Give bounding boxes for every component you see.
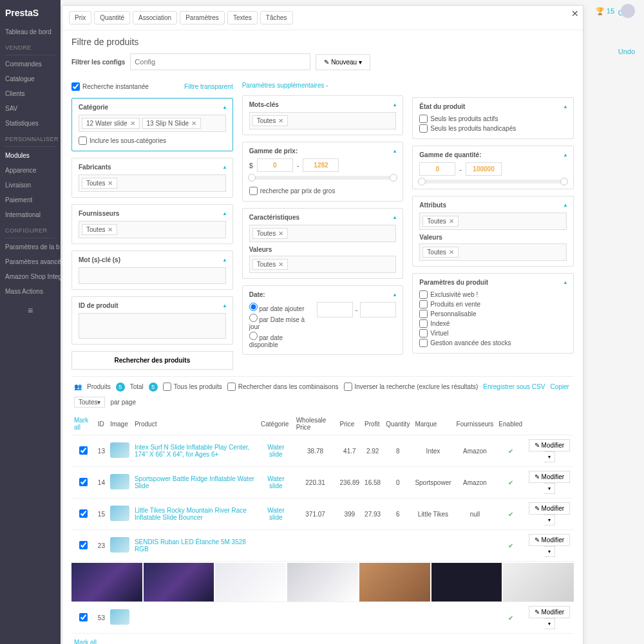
collapse-icon[interactable]: ▴	[393, 148, 396, 154]
product-link[interactable]: Little Tikes Rocky Mountain River Race I…	[135, 507, 247, 521]
collapse-icon[interactable]: ▴	[564, 104, 567, 109]
tag-slip-n-slide[interactable]: 13 Slip N Slide✕	[142, 118, 202, 129]
avatar[interactable]	[621, 4, 635, 18]
nav-mass-actions[interactable]: Mass Actions	[0, 284, 61, 299]
fournisseurs-tags[interactable]: Toutes✕	[79, 221, 226, 238]
trophy-badge[interactable]: 🏆 15	[596, 7, 614, 15]
modifier-button[interactable]: ✎ Modifier	[529, 439, 570, 451]
collapse-icon[interactable]: ▴	[564, 202, 567, 208]
date-to-input[interactable]	[360, 302, 396, 317]
tag-remove-icon[interactable]: ✕	[130, 120, 135, 127]
row-checkbox[interactable]	[79, 509, 88, 518]
tag-remove-icon[interactable]: ✕	[278, 230, 283, 237]
virtual-checkbox[interactable]: Virtuel	[419, 328, 567, 338]
fabricants-tags[interactable]: Toutes✕	[79, 175, 226, 192]
mark-all-link[interactable]: Mark all	[74, 417, 88, 431]
modifier-button[interactable]: ✎ Modifier	[529, 502, 570, 515]
on-sale-checkbox[interactable]: Produits en vente	[419, 299, 567, 309]
price-slider[interactable]	[249, 176, 397, 180]
tag-water-slide[interactable]: 12 Water slide✕	[82, 118, 140, 129]
modifier-dropdown[interactable]: ▾	[544, 483, 555, 494]
row-checkbox[interactable]	[79, 541, 88, 549]
modifier-button[interactable]: ✎ Modifier	[529, 534, 570, 546]
date-from-input[interactable]	[317, 302, 353, 317]
nav-catalogue[interactable]: Catalogue	[0, 71, 61, 86]
copy-link[interactable]: Copier	[550, 383, 569, 390]
nouveau-button[interactable]: ✎ Nouveau ▾	[316, 54, 370, 70]
tab-prix[interactable]: Prix	[69, 11, 91, 24]
wholesale-checkbox[interactable]: recherche par prix de gros	[249, 186, 397, 196]
search-products-button[interactable]: Rechercher des produits	[71, 351, 233, 370]
keyword-input[interactable]	[79, 267, 226, 284]
search-combinations-checkbox[interactable]: Rechercher dans les combinaisons	[227, 382, 339, 392]
product-id-input[interactable]	[79, 313, 226, 339]
collapse-icon[interactable]: ▴	[223, 211, 226, 216]
extra-params-link[interactable]: Paramètres supplémentaires -	[242, 82, 404, 89]
product-link[interactable]: SENDIS Ruban LED Étanche 5M 3528 RGB	[135, 538, 246, 553]
radio-date-updated[interactable]: par Date mise à jour	[249, 313, 312, 331]
instant-search-checkbox[interactable]: Recherche instantanée	[71, 82, 149, 91]
collapse-icon[interactable]: ▴	[223, 303, 226, 308]
active-only-checkbox[interactable]: Seuls les produits actifs	[419, 114, 567, 124]
modifier-button[interactable]: ✎ Modifier	[529, 471, 570, 483]
category-link[interactable]: Water slide	[267, 444, 284, 458]
nav-apparence[interactable]: Apparence	[0, 163, 61, 178]
tab-parametres[interactable]: Paramètres	[180, 11, 225, 24]
customizable-checkbox[interactable]: Personnalisable	[419, 309, 567, 319]
collapse-icon[interactable]: ▴	[223, 104, 226, 110]
product-link[interactable]: Sportspower Battle Ridge Inflatable Wate…	[135, 475, 254, 489]
category-link[interactable]: Water slide	[267, 507, 284, 521]
save-csv-link[interactable]: Enregistrer sous CSV	[483, 383, 545, 390]
per-page-select[interactable]: Toutes▾	[74, 397, 105, 408]
sidebar-collapse-icon[interactable]: ≡	[0, 299, 61, 322]
nav-clients[interactable]: Clients	[0, 86, 61, 101]
collapse-icon[interactable]: ▴	[223, 257, 226, 263]
nav-paiement[interactable]: Paiement	[0, 193, 61, 207]
tag-remove-icon[interactable]: ✕	[108, 180, 113, 187]
tag-remove-icon[interactable]: ✕	[191, 120, 196, 127]
config-input[interactable]	[130, 53, 310, 70]
include-subcategories-checkbox[interactable]: Inclure les sous-catégories	[79, 136, 226, 146]
modifier-dropdown[interactable]: ▾	[544, 618, 555, 629]
nav-livraison[interactable]: Livraison	[0, 178, 61, 193]
disabled-only-checkbox[interactable]: Seuls les produits handicapés	[419, 124, 567, 133]
collapse-icon[interactable]: ▴	[393, 292, 396, 298]
adv-stock-checkbox[interactable]: Gestion avancée des stocks	[419, 338, 567, 348]
tab-quantite[interactable]: Quantité	[94, 11, 130, 24]
nav-adv-params[interactable]: Paramètres avancé…	[0, 254, 61, 269]
mark-all-bottom-link[interactable]: Mark all	[71, 634, 574, 644]
invert-search-checkbox[interactable]: Inverser la recherche (exclure les résul…	[344, 382, 478, 392]
tab-taches[interactable]: Tâches	[260, 11, 293, 24]
tab-association[interactable]: Association	[133, 11, 177, 24]
modifier-dropdown[interactable]: ▾	[544, 546, 555, 557]
tag-remove-icon[interactable]: ✕	[449, 218, 454, 225]
radio-date-added[interactable]: par date ajouter	[249, 302, 312, 313]
qty-max-input[interactable]	[466, 162, 502, 176]
tag-remove-icon[interactable]: ✕	[278, 117, 283, 124]
close-icon[interactable]: ✕	[571, 8, 579, 19]
collapse-icon[interactable]: ▴	[223, 164, 226, 170]
row-checkbox[interactable]	[79, 613, 88, 621]
collapse-icon[interactable]: ▴	[564, 279, 567, 285]
tag-remove-icon[interactable]: ✕	[108, 226, 113, 233]
nav-sav[interactable]: SAV	[0, 101, 61, 116]
all-products-checkbox[interactable]: Tous les produits	[163, 382, 222, 392]
price-max-input[interactable]	[303, 158, 339, 172]
radio-date-available[interactable]: par date disponible	[249, 331, 312, 349]
category-tags[interactable]: 12 Water slide✕ 13 Slip N Slide✕	[79, 115, 226, 132]
product-link[interactable]: Intex Surf N Slide Inflatable Play Cente…	[135, 444, 249, 458]
nav-amazon[interactable]: Amazon Shop Integ…	[0, 269, 61, 284]
nav-international[interactable]: International	[0, 207, 61, 222]
tag-remove-icon[interactable]: ✕	[449, 249, 454, 256]
row-checkbox[interactable]	[79, 446, 88, 455]
collapse-icon[interactable]: ▴	[393, 214, 396, 220]
price-min-input[interactable]	[257, 158, 293, 172]
modifier-dropdown[interactable]: ▾	[544, 451, 555, 462]
tag-remove-icon[interactable]: ✕	[278, 261, 283, 268]
web-exclusive-checkbox[interactable]: Exclusivité web !	[419, 290, 567, 299]
nav-statistiques[interactable]: Statistiques	[0, 116, 61, 131]
collapse-icon[interactable]: ▴	[564, 152, 567, 158]
indexed-checkbox[interactable]: Indexé	[419, 319, 567, 328]
modifier-button[interactable]: ✎ Modifier	[529, 606, 570, 618]
collapse-icon[interactable]: ▴	[393, 102, 396, 108]
